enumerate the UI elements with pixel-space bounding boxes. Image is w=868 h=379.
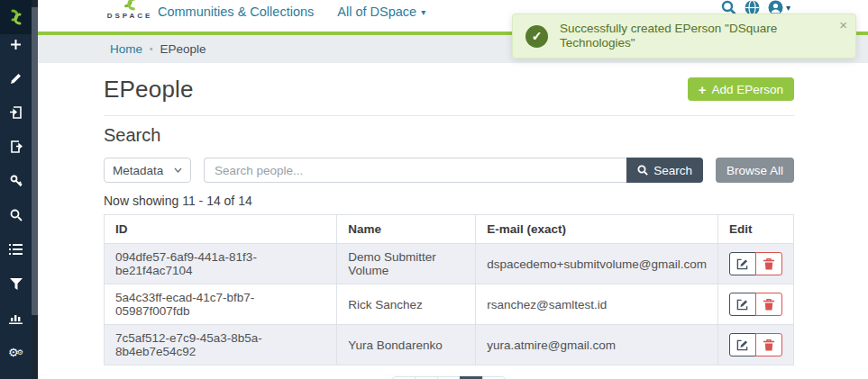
sidebar-import-icon[interactable] bbox=[0, 105, 32, 120]
nav-scope-dropdown[interactable]: All of DSpace▾ bbox=[337, 5, 425, 19]
column-header-id: ID bbox=[105, 215, 337, 244]
cell-name: Demo Submitter Volume bbox=[337, 244, 476, 284]
cell-actions bbox=[717, 284, 793, 325]
search-people-input[interactable] bbox=[204, 158, 626, 183]
cell-email: yura.atmire@gmail.com bbox=[476, 325, 718, 365]
cell-email: rsanchez@samltest.id bbox=[476, 284, 718, 325]
column-header-edit: Edit bbox=[717, 215, 793, 244]
breadcrumb-home-link[interactable]: Home bbox=[110, 42, 142, 56]
search-icon bbox=[637, 165, 648, 176]
success-toast: ✓ Successfully created EPerson "DSquare … bbox=[512, 14, 856, 59]
sidebar-export-icon[interactable] bbox=[0, 140, 32, 154]
table-header-row: ID Name E-mail (exact) Edit bbox=[105, 215, 794, 244]
navbar-links: Communities & Collections All of DSpace▾ bbox=[158, 0, 425, 23]
sidebar-new-plus-icon[interactable] bbox=[0, 37, 32, 51]
dspace-logo-text: DSPACE bbox=[107, 12, 153, 20]
edit-pencil-icon bbox=[736, 299, 748, 311]
chevron-down-icon: ▾ bbox=[786, 3, 790, 13]
column-header-name: Name bbox=[337, 215, 476, 244]
browse-all-button[interactable]: Browse All bbox=[716, 158, 794, 183]
cell-id: 7c5af512-e7c9-45a3-8b5a-8b4eb7e54c92 bbox=[105, 325, 337, 365]
sidebar-search-icon[interactable] bbox=[0, 208, 32, 222]
delete-eperson-button[interactable] bbox=[755, 293, 782, 316]
content-container: EPeople + Add EPerson Search Metadata Se… bbox=[38, 63, 868, 379]
chevron-down-icon bbox=[174, 167, 182, 173]
cell-email: dspacedemo+submitvolume@gmail.com bbox=[476, 244, 718, 284]
search-input-group: Search bbox=[204, 158, 703, 183]
dspace-logo-mark-icon bbox=[120, 0, 140, 11]
cell-id: 5a4c33ff-ecad-41c7-bfb7-05987f007fdb bbox=[105, 284, 337, 325]
dspace-header-logo[interactable]: DSPACE bbox=[105, 0, 155, 20]
breadcrumb-current: EPeople bbox=[160, 42, 206, 56]
cell-actions bbox=[717, 244, 793, 284]
sidebar-scrollbar-thumb[interactable] bbox=[32, 7, 38, 315]
edit-eperson-button[interactable] bbox=[729, 293, 756, 316]
results-count: Now showing 11 - 14 of 14 bbox=[104, 194, 794, 208]
search-form: Metadata Search Browse All bbox=[104, 158, 794, 183]
toast-message: Successfully created EPerson "DSquare Te… bbox=[560, 22, 830, 50]
trash-icon bbox=[763, 299, 774, 311]
sidebar-scrollbar[interactable] bbox=[32, 0, 38, 379]
admin-sidebar: ⚙⚙ bbox=[0, 0, 32, 379]
title-divider bbox=[104, 115, 794, 116]
sidebar-settings-gears-icon[interactable]: ⚙⚙ bbox=[0, 345, 32, 359]
search-scope-select[interactable]: Metadata bbox=[104, 158, 191, 183]
trash-icon bbox=[763, 339, 774, 351]
search-button[interactable]: Search bbox=[626, 158, 703, 183]
success-check-icon: ✓ bbox=[525, 25, 548, 48]
table-row: 5a4c33ff-ecad-41c7-bfb7-05987f007fdb Ric… bbox=[105, 284, 794, 325]
search-heading: Search bbox=[104, 125, 794, 146]
sidebar-statistics-chart-icon[interactable] bbox=[0, 311, 32, 325]
nav-communities-link[interactable]: Communities & Collections bbox=[158, 5, 314, 19]
delete-eperson-button[interactable] bbox=[755, 333, 782, 356]
sidebar-access-key-icon[interactable] bbox=[0, 174, 32, 188]
edit-eperson-button[interactable] bbox=[729, 333, 756, 356]
edit-pencil-icon bbox=[736, 339, 748, 351]
table-row: 094dfe57-6af9-441a-81f3-be21f4ac7104 Dem… bbox=[105, 244, 794, 284]
column-header-email: E-mail (exact) bbox=[476, 215, 718, 244]
page-header: EPeople + Add EPerson bbox=[104, 76, 794, 104]
sidebar-edit-pencil-icon[interactable] bbox=[0, 71, 32, 86]
sidebar-filter-icon[interactable] bbox=[0, 276, 32, 291]
breadcrumb-separator-icon: • bbox=[150, 44, 153, 54]
delete-eperson-button[interactable] bbox=[755, 252, 782, 275]
epeople-table: ID Name E-mail (exact) Edit 094dfe57-6af… bbox=[104, 214, 794, 365]
close-icon[interactable]: × bbox=[839, 18, 847, 32]
cell-actions bbox=[717, 325, 793, 365]
trash-icon bbox=[763, 258, 774, 270]
sidebar-registries-list-icon[interactable] bbox=[0, 242, 32, 257]
plus-icon: + bbox=[699, 82, 707, 97]
chevron-down-icon: ▾ bbox=[421, 7, 425, 17]
add-eperson-button[interactable]: + Add EPerson bbox=[688, 77, 794, 101]
cell-name: Rick Sanchez bbox=[337, 284, 476, 325]
edit-eperson-button[interactable] bbox=[729, 252, 756, 275]
edit-pencil-icon bbox=[736, 258, 748, 270]
cell-id: 094dfe57-6af9-441a-81f3-be21f4ac7104 bbox=[105, 244, 337, 284]
table-row: 7c5af512-e7c9-45a3-8b5a-8b4eb7e54c92 Yur… bbox=[105, 325, 794, 365]
sidebar-dspace-logo[interactable] bbox=[0, 0, 32, 34]
page-title: EPeople bbox=[104, 76, 194, 104]
dspace-logo-icon bbox=[7, 9, 25, 25]
cell-name: Yura Bondarenko bbox=[337, 325, 476, 365]
